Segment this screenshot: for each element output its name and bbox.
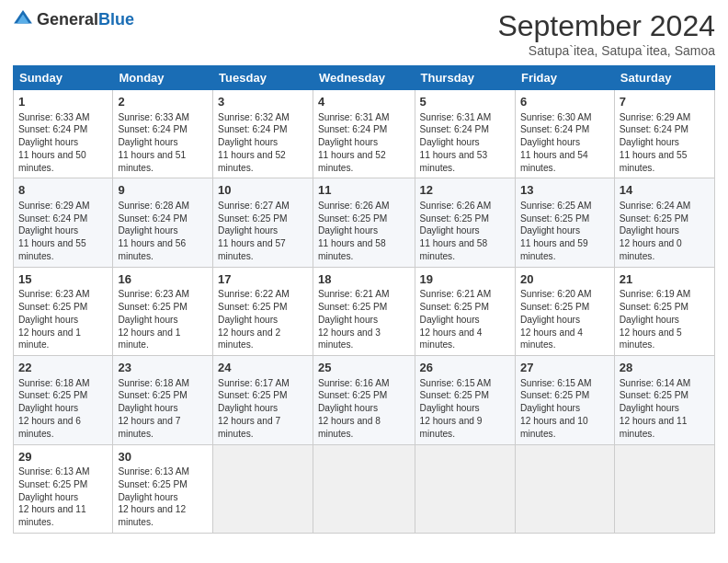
day-number: 2 (118, 94, 208, 110)
day-number: 19 (420, 271, 510, 288)
col-saturday: Saturday (614, 66, 714, 90)
day-info: Sunrise: 6:28 AMSunset: 6:24 PMDaylight … (118, 201, 189, 261)
table-row: 17Sunrise: 6:22 AMSunset: 6:25 PMDayligh… (213, 267, 313, 355)
day-number: 3 (218, 94, 308, 110)
day-number: 8 (18, 182, 108, 199)
day-info: Sunrise: 6:30 AMSunset: 6:24 PMDaylight … (520, 112, 592, 173)
day-number: 16 (118, 271, 208, 288)
day-number: 30 (118, 449, 208, 465)
table-row: 15Sunrise: 6:23 AMSunset: 6:25 PMDayligh… (14, 267, 113, 355)
header: GeneralBlue September 2024 Satupa`itea, … (13, 9, 715, 58)
table-row: 30Sunrise: 6:13 AMSunset: 6:25 PMDayligh… (113, 444, 213, 533)
table-row: 7Sunrise: 6:29 AMSunset: 6:24 PMDaylight… (614, 90, 714, 178)
calendar-week-row: 8Sunrise: 6:29 AMSunset: 6:24 PMDaylight… (14, 178, 715, 267)
day-info: Sunrise: 6:17 AMSunset: 6:25 PMDaylight … (218, 378, 290, 439)
day-info: Sunrise: 6:29 AMSunset: 6:24 PMDaylight … (620, 112, 691, 173)
day-info: Sunrise: 6:13 AMSunset: 6:25 PMDaylight … (118, 466, 189, 527)
table-row: 16Sunrise: 6:23 AMSunset: 6:25 PMDayligh… (113, 267, 213, 355)
day-number: 11 (318, 182, 410, 199)
table-row: 22Sunrise: 6:18 AMSunset: 6:25 PMDayligh… (14, 356, 113, 444)
col-monday: Monday (113, 66, 213, 90)
day-number: 6 (520, 94, 609, 110)
day-info: Sunrise: 6:31 AMSunset: 6:24 PMDaylight … (420, 112, 492, 173)
day-number: 24 (218, 360, 308, 376)
table-row: 13Sunrise: 6:25 AMSunset: 6:25 PMDayligh… (515, 178, 614, 267)
table-row: 4Sunrise: 6:31 AMSunset: 6:24 PMDaylight… (313, 90, 415, 178)
day-number: 7 (620, 94, 710, 110)
calendar-table: Sunday Monday Tuesday Wednesday Thursday… (13, 65, 715, 534)
calendar-header-row: Sunday Monday Tuesday Wednesday Thursday… (14, 66, 715, 90)
day-number: 18 (318, 271, 410, 288)
calendar-week-row: 29Sunrise: 6:13 AMSunset: 6:25 PMDayligh… (14, 444, 715, 533)
table-row (313, 444, 415, 533)
calendar-week-row: 15Sunrise: 6:23 AMSunset: 6:25 PMDayligh… (14, 267, 715, 355)
col-wednesday: Wednesday (313, 66, 415, 90)
day-info: Sunrise: 6:25 AMSunset: 6:25 PMDaylight … (520, 201, 592, 261)
day-info: Sunrise: 6:22 AMSunset: 6:25 PMDaylight … (218, 289, 290, 350)
day-info: Sunrise: 6:24 AMSunset: 6:25 PMDaylight … (620, 201, 691, 261)
table-row: 25Sunrise: 6:16 AMSunset: 6:25 PMDayligh… (313, 356, 415, 444)
day-number: 29 (18, 449, 108, 465)
table-row (515, 444, 614, 533)
day-number: 22 (18, 360, 108, 376)
col-thursday: Thursday (415, 66, 515, 90)
logo-general: General (37, 10, 98, 29)
day-info: Sunrise: 6:26 AMSunset: 6:25 PMDaylight … (420, 201, 492, 261)
table-row: 14Sunrise: 6:24 AMSunset: 6:25 PMDayligh… (614, 178, 714, 267)
table-row: 20Sunrise: 6:20 AMSunset: 6:25 PMDayligh… (515, 267, 614, 355)
day-number: 12 (420, 182, 510, 199)
day-info: Sunrise: 6:20 AMSunset: 6:25 PMDaylight … (520, 289, 592, 350)
table-row: 9Sunrise: 6:28 AMSunset: 6:24 PMDaylight… (113, 178, 213, 267)
col-sunday: Sunday (14, 66, 113, 90)
day-info: Sunrise: 6:15 AMSunset: 6:25 PMDaylight … (520, 378, 592, 439)
day-info: Sunrise: 6:19 AMSunset: 6:25 PMDaylight … (620, 289, 691, 350)
col-tuesday: Tuesday (213, 66, 313, 90)
day-number: 27 (520, 360, 609, 376)
day-info: Sunrise: 6:21 AMSunset: 6:25 PMDaylight … (318, 289, 390, 350)
table-row (415, 444, 515, 533)
table-row: 8Sunrise: 6:29 AMSunset: 6:24 PMDaylight… (14, 178, 113, 267)
table-row: 23Sunrise: 6:18 AMSunset: 6:25 PMDayligh… (113, 356, 213, 444)
table-row (213, 444, 313, 533)
day-info: Sunrise: 6:29 AMSunset: 6:24 PMDaylight … (18, 201, 90, 261)
table-row: 21Sunrise: 6:19 AMSunset: 6:25 PMDayligh… (614, 267, 714, 355)
calendar-week-row: 1Sunrise: 6:33 AMSunset: 6:24 PMDaylight… (14, 90, 715, 178)
day-info: Sunrise: 6:18 AMSunset: 6:25 PMDaylight … (118, 378, 189, 439)
table-row: 24Sunrise: 6:17 AMSunset: 6:25 PMDayligh… (213, 356, 313, 444)
calendar-week-row: 22Sunrise: 6:18 AMSunset: 6:25 PMDayligh… (14, 356, 715, 444)
logo-blue: Blue (98, 10, 134, 29)
table-row: 28Sunrise: 6:14 AMSunset: 6:25 PMDayligh… (614, 356, 714, 444)
day-info: Sunrise: 6:15 AMSunset: 6:25 PMDaylight … (420, 378, 492, 439)
day-number: 23 (118, 360, 208, 376)
table-row: 18Sunrise: 6:21 AMSunset: 6:25 PMDayligh… (313, 267, 415, 355)
subtitle: Satupa`itea, Satupa`itea, Samoa (497, 43, 715, 58)
day-number: 21 (620, 271, 710, 288)
title-block: September 2024 Satupa`itea, Satupa`itea,… (497, 9, 715, 58)
day-number: 20 (520, 271, 609, 288)
day-info: Sunrise: 6:16 AMSunset: 6:25 PMDaylight … (318, 378, 390, 439)
day-info: Sunrise: 6:13 AMSunset: 6:25 PMDaylight … (18, 466, 90, 527)
day-info: Sunrise: 6:32 AMSunset: 6:24 PMDaylight … (218, 112, 290, 173)
day-number: 1 (18, 94, 108, 110)
table-row: 6Sunrise: 6:30 AMSunset: 6:24 PMDaylight… (515, 90, 614, 178)
table-row: 12Sunrise: 6:26 AMSunset: 6:25 PMDayligh… (415, 178, 515, 267)
logo: GeneralBlue (13, 9, 134, 29)
day-number: 9 (118, 182, 208, 199)
day-info: Sunrise: 6:14 AMSunset: 6:25 PMDaylight … (620, 378, 691, 439)
day-info: Sunrise: 6:23 AMSunset: 6:25 PMDaylight … (118, 289, 189, 350)
day-number: 5 (420, 94, 510, 110)
table-row: 5Sunrise: 6:31 AMSunset: 6:24 PMDaylight… (415, 90, 515, 178)
col-friday: Friday (515, 66, 614, 90)
day-info: Sunrise: 6:18 AMSunset: 6:25 PMDaylight … (18, 378, 90, 439)
main-title: September 2024 (497, 9, 715, 43)
day-number: 14 (620, 182, 710, 199)
table-row: 2Sunrise: 6:33 AMSunset: 6:24 PMDaylight… (113, 90, 213, 178)
table-row: 1Sunrise: 6:33 AMSunset: 6:24 PMDaylight… (14, 90, 113, 178)
table-row: 3Sunrise: 6:32 AMSunset: 6:24 PMDaylight… (213, 90, 313, 178)
table-row: 26Sunrise: 6:15 AMSunset: 6:25 PMDayligh… (415, 356, 515, 444)
day-number: 26 (420, 360, 510, 376)
day-info: Sunrise: 6:31 AMSunset: 6:24 PMDaylight … (318, 112, 390, 173)
day-number: 25 (318, 360, 410, 376)
table-row: 19Sunrise: 6:21 AMSunset: 6:25 PMDayligh… (415, 267, 515, 355)
day-number: 28 (620, 360, 710, 376)
